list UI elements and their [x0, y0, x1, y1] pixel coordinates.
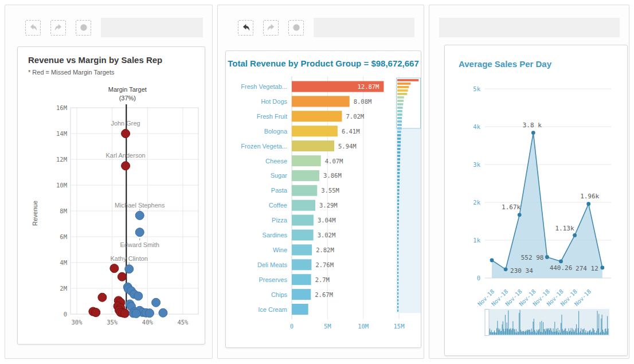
bar-chart-minimap[interactable] [396, 78, 421, 313]
svg-text:8.08M: 8.08M [354, 98, 372, 105]
svg-text:1k: 1k [473, 237, 480, 244]
svg-text:Hot Dogs: Hot Dogs [261, 98, 287, 105]
svg-text:Preserves: Preserves [259, 276, 287, 283]
svg-text:Margin Target: Margin Target [108, 86, 147, 93]
svg-text:Pizza: Pizza [272, 217, 288, 224]
svg-text:3.8 k: 3.8 k [523, 122, 542, 129]
bar-chart-plot[interactable]: 05M10M15MFresh Vegetab...12.87MHot Dogs8… [226, 51, 421, 347]
svg-text:5M: 5M [324, 323, 331, 330]
svg-text:5k: 5k [473, 85, 480, 92]
clear-selections-icon[interactable] [76, 20, 91, 36]
svg-text:0: 0 [64, 311, 67, 318]
svg-text:1.13k: 1.13k [555, 225, 574, 232]
svg-text:0: 0 [477, 275, 480, 281]
line-chart-plot[interactable]: 5k4k3k2k1k0230 341.67k3.8 k552 98440.261… [445, 45, 627, 355]
svg-text:John Greg: John Greg [111, 120, 140, 127]
svg-text:Karl Anderson: Karl Anderson [106, 152, 146, 159]
svg-text:Fresh Vegetab...: Fresh Vegetab... [241, 83, 287, 90]
svg-text:Chips: Chips [271, 291, 288, 298]
svg-text:Deli Meats: Deli Meats [257, 261, 287, 268]
toolbar-middle [238, 18, 414, 37]
svg-text:Frozen Vegeta...: Frozen Vegeta... [241, 143, 287, 150]
toolbar-left [25, 18, 203, 37]
svg-text:Fresh Fruit: Fresh Fruit [257, 113, 287, 120]
svg-text:3.29M: 3.29M [319, 202, 338, 209]
svg-text:7.02M: 7.02M [346, 113, 365, 120]
svg-text:Bologna: Bologna [264, 128, 288, 135]
svg-text:40%: 40% [142, 319, 154, 326]
svg-text:35%: 35% [107, 319, 118, 326]
svg-text:274 12: 274 12 [576, 265, 598, 272]
svg-text:Cheese: Cheese [265, 158, 287, 165]
clear-selections-icon[interactable] [288, 20, 304, 36]
svg-text:5.94M: 5.94M [338, 143, 357, 150]
svg-text:3.86M: 3.86M [323, 172, 342, 179]
scatter-chart-card: Revenue vs Margin by Sales Rep * Red = M… [17, 46, 205, 345]
svg-text:4.07M: 4.07M [325, 158, 343, 165]
svg-text:Kathy Clinton: Kathy Clinton [111, 255, 148, 262]
svg-text:Edward Smith: Edward Smith [120, 241, 159, 248]
svg-text:Revenue: Revenue [32, 201, 38, 226]
selections-bar[interactable] [314, 18, 414, 37]
line-chart-navigator[interactable] [485, 309, 609, 336]
svg-text:2.82M: 2.82M [316, 246, 334, 253]
undo-icon[interactable] [238, 20, 253, 36]
svg-text:Coffee: Coffee [269, 202, 287, 209]
svg-text:2.67M: 2.67M [315, 291, 333, 298]
svg-text:15M: 15M [394, 323, 405, 330]
selections-bar[interactable] [439, 18, 620, 37]
svg-text:440.26: 440.26 [550, 264, 573, 272]
svg-text:16M: 16M [56, 104, 67, 111]
svg-text:2.76M: 2.76M [315, 261, 334, 268]
svg-text:4M: 4M [60, 259, 67, 266]
svg-text:Pasta: Pasta [271, 187, 288, 194]
redo-icon[interactable] [263, 20, 279, 36]
svg-text:1.96k: 1.96k [580, 193, 599, 200]
svg-text:Sardines: Sardines [263, 232, 288, 238]
svg-text:Michael Stephens: Michael Stephens [115, 202, 165, 209]
svg-text:3.02M: 3.02M [318, 232, 336, 238]
svg-text:(37%): (37%) [119, 95, 136, 101]
svg-text:30%: 30% [72, 319, 83, 326]
toolbar-right [439, 18, 620, 37]
svg-text:Wine: Wine [273, 246, 287, 253]
line-chart-card: Average Sales Per Day 5k4k3k2k1k0230 341… [444, 45, 628, 356]
svg-text:552 98: 552 98 [521, 254, 544, 261]
svg-text:2k: 2k [473, 199, 480, 206]
svg-text:45%: 45% [177, 319, 189, 326]
undo-icon[interactable] [25, 20, 41, 36]
svg-text:10M: 10M [56, 182, 67, 189]
svg-text:1.67k: 1.67k [502, 203, 520, 211]
svg-text:3.04M: 3.04M [318, 217, 336, 224]
bar-chart-card: Total Revenue by Product Group = $98,672… [225, 50, 421, 348]
svg-text:4k: 4k [473, 123, 480, 130]
svg-text:14M: 14M [56, 130, 67, 137]
svg-text:10M: 10M [358, 323, 369, 330]
scatter-plot[interactable]: 02M4M6M8M10M12M14M16M30%35%40%45%Revenue… [18, 47, 205, 344]
selections-bar[interactable] [101, 18, 203, 37]
redo-icon[interactable] [50, 20, 66, 36]
svg-text:Ice Cream: Ice Cream [258, 306, 287, 313]
svg-text:12M: 12M [56, 156, 67, 163]
svg-text:6.41M: 6.41M [342, 128, 360, 135]
svg-text:230 34: 230 34 [510, 267, 533, 275]
svg-text:3k: 3k [473, 161, 480, 168]
svg-text:8M: 8M [60, 208, 67, 214]
svg-text:12.87M: 12.87M [358, 83, 379, 90]
svg-text:2M: 2M [60, 285, 67, 292]
svg-text:2.7M: 2.7M [315, 276, 330, 283]
svg-text:Sugar: Sugar [271, 172, 288, 179]
svg-text:3.55M: 3.55M [321, 187, 339, 194]
svg-text:0: 0 [290, 323, 293, 330]
svg-text:6M: 6M [60, 233, 67, 240]
